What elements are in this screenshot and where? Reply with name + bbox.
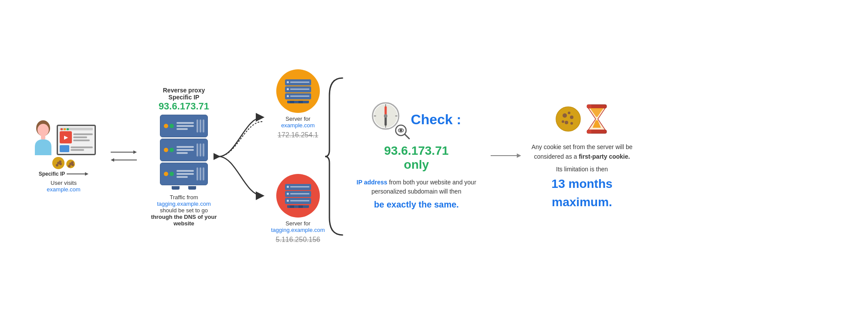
svg-point-25 — [563, 113, 567, 118]
cookie-icon-2 — [66, 160, 75, 168]
result-maximum: maximum. — [526, 195, 639, 209]
check-title: Check : — [411, 112, 461, 128]
monitor-icon: ▶ — [57, 125, 96, 155]
svg-point-30 — [568, 112, 570, 114]
result-limitation-text: Its limitation is then — [526, 166, 639, 173]
svg-rect-2 — [41, 135, 45, 139]
svg-point-20 — [400, 129, 402, 132]
svg-marker-4 — [85, 172, 88, 176]
server-node-2-ip: 5.116.250.156 — [276, 236, 320, 244]
fork-arrows-svg — [219, 82, 271, 231]
server-unit-3 — [160, 163, 208, 185]
server-mini-orange — [285, 184, 311, 208]
example-com-server-link[interactable]: example.com — [281, 122, 315, 129]
fork-arrows — [219, 82, 271, 231]
svg-marker-23 — [517, 153, 521, 158]
brace-svg — [325, 74, 347, 239]
proxy-title-line2: Specific IP — [159, 94, 209, 101]
result-months: 13 months — [526, 177, 639, 191]
brace-section — [325, 74, 347, 239]
server-unit-1 — [160, 115, 208, 137]
main-diagram: ▶ — [20, 8, 848, 305]
monitor-blue-rect — [60, 145, 69, 152]
check-header: Check : — [372, 102, 461, 137]
tagging-example-link-1[interactable]: tagging.example.com — [157, 201, 211, 207]
server-stack — [160, 115, 208, 185]
compass-magnify-icon — [372, 102, 407, 137]
user-proxy-arrows — [111, 148, 137, 165]
user-visits-label: User visits example.com — [47, 180, 80, 193]
server-circle-yellow — [276, 69, 320, 113]
check-description: IP address from both your website and yo… — [351, 178, 482, 211]
server-cluster: Reverse proxy Specific IP 93.6.173.71 — [149, 87, 219, 227]
svg-point-13 — [384, 114, 387, 118]
result-section: Any cookie set from the server will be c… — [526, 104, 639, 210]
eye-magnify-icon — [394, 124, 410, 139]
tagging-example-server-link[interactable]: tagging.example.com — [271, 227, 325, 233]
result-cookie-icon — [555, 106, 581, 132]
right-arrow-svg — [491, 151, 521, 160]
server-node-1-label: Server for example.com — [281, 116, 315, 129]
user-section: ▶ — [20, 120, 107, 193]
svg-rect-33 — [587, 105, 591, 108]
server-node-yellow: Server for example.com 172.16.254.1 — [271, 69, 325, 139]
svg-rect-34 — [587, 130, 591, 133]
proxy-label: Reverse proxy Specific IP 93.6.173.71 — [159, 87, 209, 112]
svg-marker-6 — [133, 150, 137, 154]
server-unit-2 — [160, 139, 208, 161]
right-arrow-container — [491, 151, 521, 162]
check-only: only — [404, 158, 429, 172]
bidirectional-arrow — [111, 148, 137, 165]
traffic-label: Traffic from tagging.example.com should … — [149, 194, 219, 227]
result-first-party-text: Any cookie set from the server will be c… — [526, 142, 639, 162]
proxy-title-line1: Reverse proxy — [159, 87, 209, 94]
svg-point-1 — [37, 124, 49, 136]
specific-ip-arrow-label: Specific IP — [39, 171, 65, 177]
example-com-link[interactable]: example.com — [47, 186, 80, 193]
hourglass-icon — [585, 104, 609, 134]
user-screen-group: ▶ — [31, 120, 96, 155]
svg-point-27 — [565, 121, 568, 124]
play-button-icon: ▶ — [60, 131, 72, 143]
specific-ip-arrow — [67, 171, 88, 177]
server-node-2-label: Server for tagging.example.com — [271, 220, 325, 233]
svg-point-29 — [562, 120, 564, 123]
person-icon — [31, 120, 55, 155]
server-node-orange: Server for tagging.example.com 5.116.250… — [271, 174, 325, 244]
svg-point-24 — [556, 107, 580, 131]
check-ip: 93.6.173.71 — [384, 144, 449, 158]
server-feet — [172, 186, 196, 190]
svg-point-26 — [570, 116, 573, 119]
proxy-ip: 93.6.173.71 — [159, 101, 209, 112]
server-circle-orange — [276, 174, 320, 218]
server-node-1-ip: 172.16.254.1 — [278, 131, 318, 139]
check-section: Check : 93.6.173.71 only IP address from… — [347, 102, 486, 211]
svg-marker-8 — [111, 158, 114, 162]
svg-point-28 — [570, 122, 573, 125]
svg-line-21 — [405, 134, 409, 139]
server-nodes: Server for example.com 172.16.254.1 — [271, 69, 325, 244]
result-icons — [526, 104, 639, 134]
server-mini-yellow — [285, 79, 311, 103]
cookie-icons-group — [52, 157, 75, 169]
cookie-icon-1 — [52, 157, 64, 169]
